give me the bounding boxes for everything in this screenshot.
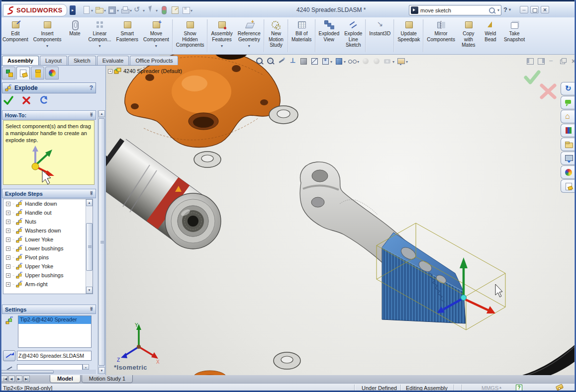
explode-step-row[interactable]: + ·· Lower bushings [3, 244, 93, 253]
dropdown-caret-icon[interactable] [46, 42, 48, 46]
washer-part-mid[interactable] [194, 152, 221, 167]
first-tab-icon[interactable] [1, 376, 7, 382]
feature-tree-flyout[interactable]: + 4240 Spreader (Default) [108, 68, 182, 75]
edit-component-button[interactable]: Edit Component [0, 17, 31, 54]
tab-layout[interactable]: Layout [40, 56, 67, 65]
dropdown-caret-icon[interactable] [117, 7, 119, 13]
expand-icon[interactable]: + [6, 220, 10, 224]
explode-step-row[interactable]: + ·· Handle down [3, 199, 93, 208]
explode-distance-field[interactable] [17, 364, 83, 370]
apply-scene-icon[interactable] [372, 57, 381, 66]
weld-bead-button[interactable]: Weld Bead [480, 17, 501, 54]
dropdown-caret-icon[interactable] [156, 7, 158, 13]
explode-step-row[interactable]: + ·· Pivot pins [3, 253, 93, 262]
options-icon[interactable] [170, 5, 180, 15]
scrollbar-thumb[interactable] [1, 370, 54, 374]
washer-part-top[interactable] [269, 106, 298, 124]
new-icon[interactable] [81, 5, 91, 15]
restore-button[interactable] [530, 6, 539, 13]
expand-icon[interactable]: + [6, 264, 10, 269]
menu-flyout-button[interactable]: ▸ [70, 5, 76, 15]
explode-step-label[interactable]: Lower Yoke [25, 236, 53, 242]
magnified-selection-icon[interactable] [277, 57, 286, 66]
settings-section-header[interactable]: Settings «« [2, 305, 96, 314]
scroll-down-icon[interactable]: ▼ [86, 287, 93, 294]
tab-motion-study-1[interactable]: Motion Study 1 [82, 375, 133, 383]
dropdown-caret-icon[interactable] [143, 7, 145, 13]
zoom-fit-icon[interactable] [255, 57, 264, 66]
search-icon[interactable] [488, 7, 495, 14]
explode-step-row[interactable]: + ·· Upper Yoke [3, 262, 93, 271]
tab-property-manager[interactable] [16, 67, 30, 79]
dropdown-caret-icon[interactable] [104, 7, 106, 13]
expand-icon[interactable]: + [6, 282, 10, 287]
components-selection-box[interactable]: Tip2-6@4240 Spreader [18, 315, 92, 348]
task-pane-tab[interactable] [561, 152, 576, 165]
expand-icon[interactable]: + [6, 255, 10, 260]
normal-to-icon[interactable] [288, 57, 297, 66]
tab-sketch[interactable]: Sketch [68, 56, 96, 65]
view-cube-icon[interactable] [310, 57, 319, 66]
explode-line-sketch-button[interactable]: Explode Line Sketch [342, 17, 365, 54]
orange-part-fragment[interactable] [193, 371, 227, 375]
dropdown-caret-icon[interactable] [191, 7, 192, 13]
pane-left-icon[interactable] [526, 58, 534, 65]
assembly-features-button[interactable]: Assembly Features [208, 17, 235, 54]
expand-icon[interactable]: + [108, 69, 112, 74]
task-pane-tab[interactable] [561, 138, 576, 151]
dropdown-caret-icon[interactable] [406, 58, 408, 64]
smart-fasteners-button[interactable]: Smart Fasteners [114, 17, 141, 54]
expand-icon[interactable]: + [6, 211, 10, 215]
tab-evaluate[interactable]: Evaluate [97, 56, 129, 65]
update-speedpak-button[interactable]: Update Speedpak [395, 17, 422, 54]
explode-steps-list[interactable]: + ·· Handle down + ·· Handle out + ·· [3, 199, 93, 294]
collapse-chevron-icon[interactable]: «« [89, 192, 94, 195]
open-icon[interactable] [94, 5, 104, 15]
insert-components-button[interactable]: Insert Components [31, 17, 64, 54]
search-input[interactable] [420, 7, 486, 13]
dropdown-caret-icon[interactable] [357, 58, 359, 64]
linear-pattern-button[interactable]: Linear Compon... [86, 17, 113, 54]
explode-step-row[interactable]: + ·· Handle out [3, 208, 93, 217]
new-motion-study-button[interactable]: New Motion Study [265, 17, 287, 54]
explode-step-label[interactable]: Washers down [25, 228, 61, 234]
rebuild-icon[interactable] [159, 5, 169, 15]
scroll-up-icon[interactable]: ▲ [98, 110, 105, 117]
dropdown-caret-icon[interactable] [221, 42, 223, 46]
panel-vertical-scrollbar[interactable]: ▲ ▼ [97, 110, 105, 374]
close-button[interactable] [541, 6, 549, 13]
ok-button[interactable] [3, 95, 14, 105]
last-tab-icon[interactable] [23, 376, 30, 382]
explode-step-row[interactable]: + ·· Nuts [3, 217, 93, 226]
explode-step-label[interactable]: Upper Yoke [25, 263, 53, 269]
tab-display-manager[interactable] [45, 67, 59, 79]
hide-show-items-icon[interactable] [348, 57, 357, 66]
task-pane-tab[interactable] [561, 82, 576, 95]
dropdown-caret-icon[interactable] [392, 58, 394, 64]
dropdown-caret-icon[interactable] [330, 58, 332, 64]
minimize-button[interactable] [520, 6, 528, 13]
search-caret-icon[interactable]: ▾ [497, 8, 499, 12]
panel-help-button[interactable]: ? [90, 84, 93, 91]
save-icon[interactable] [107, 5, 117, 15]
scrollbar-thumb[interactable] [98, 118, 105, 366]
doc-minimize-icon[interactable] [548, 58, 556, 65]
list-scrollbar[interactable]: ▲ ▼ [86, 199, 93, 294]
handle-part[interactable] [516, 344, 576, 375]
task-pane-tab[interactable] [561, 96, 576, 109]
reference-geometry-button[interactable]: Reference Geometry [235, 17, 263, 54]
view-orientation-icon[interactable] [321, 57, 330, 66]
zoom-area-icon[interactable] [266, 57, 275, 66]
units-caret-icon[interactable]: ▴ [499, 385, 501, 390]
exploded-view-button[interactable]: Exploded View [316, 17, 342, 54]
explode-direction-field[interactable]: Z@4240 Spreader.SLDASM [17, 351, 92, 361]
mate-button[interactable]: Mate [64, 17, 86, 54]
undo-icon[interactable] [133, 5, 143, 15]
properties-icon[interactable] [181, 5, 191, 15]
explode-steps-section-header[interactable]: Explode Steps «« [2, 189, 96, 198]
display-style-icon[interactable] [334, 57, 343, 66]
take-snapshot-button[interactable]: Take Snapshot [501, 17, 527, 54]
expand-icon[interactable]: + [6, 202, 10, 206]
panel-horizontal-scrollbar[interactable] [0, 370, 96, 374]
expand-icon[interactable]: + [6, 237, 10, 242]
